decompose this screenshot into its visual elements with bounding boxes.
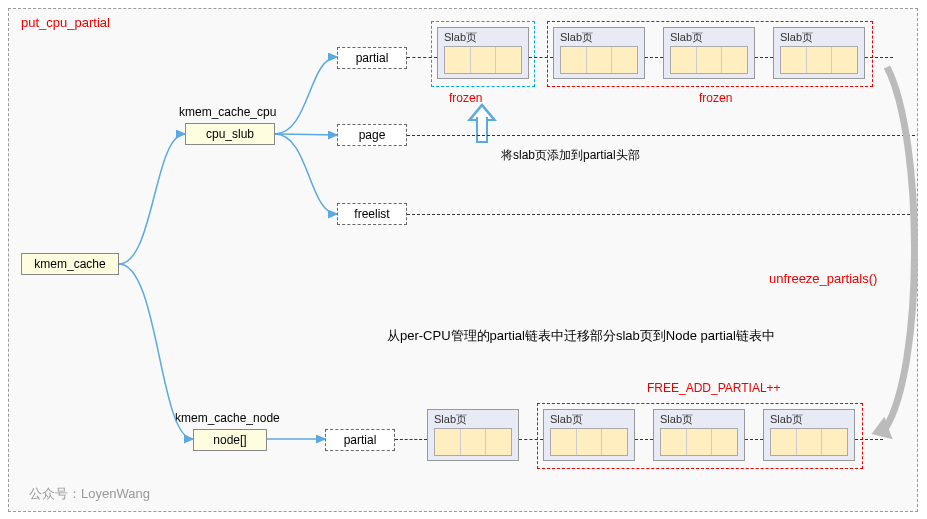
slab-page: Slab页: [427, 409, 519, 461]
label-kmem-cache-cpu: kmem_cache_cpu: [179, 105, 276, 119]
diagram-container: put_cpu_partial 公众号：LoyenWang kmem_cache…: [8, 8, 918, 512]
connector-dash: [645, 57, 663, 58]
label-free-add: FREE_ADD_PARTIAL++: [647, 381, 781, 395]
label-unfreeze: unfreeze_partials(): [769, 271, 877, 286]
slab-title: Slab页: [434, 412, 467, 427]
frame-migrated: [537, 403, 863, 469]
connector-dash: [407, 214, 915, 215]
node-partial-node: partial: [325, 429, 395, 451]
node-node-arr: node[]: [193, 429, 267, 451]
frame-frozen-top: [547, 21, 873, 87]
node-partial-cpu: partial: [337, 47, 407, 69]
node-kmem-cache: kmem_cache: [21, 253, 119, 275]
label-migrate: 从per-CPU管理的partial链表中迁移部分slab页到Node part…: [387, 327, 775, 345]
label-kmem-cache-node: kmem_cache_node: [175, 411, 280, 425]
label-add-head: 将slab页添加到partial头部: [501, 147, 640, 164]
slab-body: [434, 428, 512, 456]
connector-dash: [755, 57, 773, 58]
connector-dash: [745, 439, 763, 440]
connector-dash: [519, 439, 543, 440]
node-page: page: [337, 124, 407, 146]
connector-dash: [635, 439, 653, 440]
connector-dash: [407, 135, 915, 136]
connector-dash: [865, 57, 893, 58]
node-cpu-slub: cpu_slub: [185, 123, 275, 145]
node-freelist: freelist: [337, 203, 407, 225]
watermark: 公众号：LoyenWang: [29, 485, 150, 503]
connector-dash: [395, 439, 427, 440]
arrow-up-icon: [469, 103, 495, 143]
curve-arrowhead-icon: [867, 417, 892, 446]
frame-new-head: [431, 21, 535, 87]
diagram-title: put_cpu_partial: [21, 15, 110, 30]
label-frozen-group: frozen: [699, 91, 732, 105]
connector-dash: [529, 57, 553, 58]
connector-dash: [407, 57, 437, 58]
